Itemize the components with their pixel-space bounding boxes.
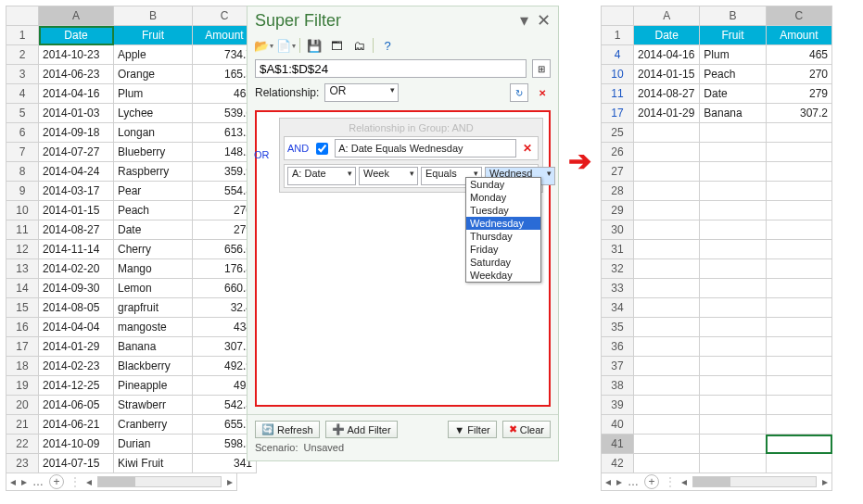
row-header[interactable]: 6 [6, 123, 39, 143]
grid-cell[interactable]: 2014-01-29 [39, 337, 114, 357]
left-sheet-tab-strip[interactable]: ◂ ▸ + ⋮ ◂ ▸ [6, 473, 237, 491]
sheet-nav-more-icon[interactable] [32, 475, 44, 488]
hscroll-left-icon[interactable]: ◂ [681, 475, 687, 488]
grid-cell[interactable]: Banana [114, 337, 193, 357]
grid-cell[interactable] [766, 123, 831, 143]
row-header[interactable]: 13 [6, 259, 39, 279]
grid-cell[interactable]: Longan [114, 123, 193, 143]
grid-cell[interactable] [634, 279, 700, 298]
grid-cell[interactable] [634, 162, 700, 182]
grid-cell[interactable]: Banana [700, 104, 766, 123]
col-header[interactable]: A [634, 6, 700, 26]
dropdown-item[interactable]: Saturday [466, 256, 540, 269]
grid-cell[interactable] [634, 396, 700, 415]
grid-cell[interactable] [766, 454, 831, 473]
row-header[interactable]: 11 [6, 220, 39, 240]
grid-cell[interactable]: 2014-10-23 [39, 45, 114, 65]
grid-cell[interactable] [634, 454, 700, 473]
grid-cell[interactable]: 2014-04-16 [39, 84, 114, 104]
grid-cell[interactable] [766, 162, 831, 182]
criteria-description[interactable]: A: Date Equals Wednesday [335, 139, 516, 158]
grid-cell[interactable] [700, 123, 766, 143]
grid-cell[interactable] [700, 279, 766, 298]
grid-cell[interactable] [766, 376, 831, 396]
grid-cell[interactable]: 2014-08-27 [634, 84, 700, 104]
row-header[interactable]: 16 [6, 318, 39, 337]
row-header[interactable]: 41 [602, 435, 634, 454]
row-header[interactable]: 34 [602, 298, 634, 318]
grid-cell[interactable] [766, 220, 831, 240]
row-header[interactable]: 25 [602, 123, 634, 143]
grid-cell[interactable]: 270 [766, 65, 831, 84]
save-icon[interactable]: 💾 [306, 37, 323, 54]
dropdown-item[interactable]: Friday [466, 243, 540, 256]
row-header[interactable]: 42 [602, 454, 634, 473]
grid-cell[interactable] [700, 396, 766, 415]
header-cell[interactable]: Fruit [114, 26, 193, 45]
grid-cell[interactable]: Peach [700, 65, 766, 84]
dropdown-item[interactable]: Wednesday [466, 217, 540, 230]
grid-cell[interactable]: 2014-06-05 [39, 396, 114, 415]
row-header[interactable]: 32 [602, 259, 634, 279]
range-input[interactable] [255, 59, 527, 78]
grid-cell[interactable]: Kiwi Fruit [114, 454, 193, 473]
row-header[interactable]: 28 [602, 182, 634, 201]
grid-cell[interactable]: 2014-02-23 [39, 357, 114, 376]
row-header[interactable]: 37 [602, 357, 634, 376]
row-header[interactable]: 14 [6, 279, 39, 298]
grid-cell[interactable]: 2014-09-30 [39, 279, 114, 298]
grid-cell[interactable] [766, 357, 831, 376]
grid-cell[interactable]: 2014-01-15 [634, 65, 700, 84]
grid-cell[interactable]: Cherry [114, 240, 193, 259]
row-header[interactable]: 1 [602, 26, 634, 45]
row-header[interactable]: 23 [6, 454, 39, 473]
grid-cell[interactable]: 2014-09-18 [39, 123, 114, 143]
grid-cell[interactable] [766, 259, 831, 279]
clear-button[interactable]: ✖Clear [502, 421, 551, 438]
grid-cell[interactable] [766, 435, 831, 454]
grid-cell[interactable] [700, 376, 766, 396]
grid-cell[interactable] [700, 357, 766, 376]
row-header[interactable]: 17 [6, 337, 39, 357]
grid-cell[interactable]: 2014-01-15 [39, 201, 114, 220]
manage-icon[interactable]: 🗂 [350, 37, 367, 54]
grid-cell[interactable] [634, 435, 700, 454]
grid-cell[interactable]: Cranberry [114, 415, 193, 435]
sheet-nav-left-icon[interactable]: ◂ [10, 475, 16, 488]
grid-cell[interactable]: Mango [114, 259, 193, 279]
grid-cell[interactable]: 2014-07-27 [39, 143, 114, 162]
value-dropdown[interactable]: SundayMondayTuesdayWednesdayThursdayFrid… [465, 177, 541, 283]
row-header[interactable]: 8 [6, 162, 39, 182]
hscroll-right-icon[interactable]: ▸ [822, 475, 828, 488]
header-cell[interactable]: Date [634, 26, 700, 45]
row-header[interactable]: 2 [6, 45, 39, 65]
grid-cell[interactable] [766, 143, 831, 162]
grid-cell[interactable]: 465 [766, 45, 831, 65]
grid-cell[interactable] [700, 220, 766, 240]
grid-cell[interactable] [700, 435, 766, 454]
row-header[interactable]: 1 [6, 26, 39, 45]
row-header[interactable]: 19 [6, 376, 39, 396]
criteria-delete-icon[interactable]: ✕ [520, 142, 535, 155]
grid-cell[interactable]: 307.2 [766, 104, 831, 123]
row-header[interactable]: 22 [6, 435, 39, 454]
grid-cell[interactable]: Date [700, 84, 766, 104]
grid-cell[interactable] [766, 279, 831, 298]
dropdown-item[interactable]: Monday [466, 191, 540, 204]
help-icon[interactable]: ? [379, 37, 396, 54]
row-header[interactable]: 18 [6, 357, 39, 376]
refresh-button[interactable]: 🔄Refresh [255, 421, 320, 438]
row-header[interactable]: 12 [6, 240, 39, 259]
row-header[interactable]: 33 [602, 279, 634, 298]
row-header[interactable]: 10 [6, 201, 39, 220]
grid-cell[interactable] [700, 143, 766, 162]
grid-cell[interactable] [634, 337, 700, 357]
row-header[interactable]: 30 [602, 220, 634, 240]
builder-unit-select[interactable]: Week [359, 167, 418, 185]
panel-close-icon[interactable]: ✕ [537, 11, 551, 30]
hscroll-track[interactable] [97, 476, 222, 487]
header-cell[interactable]: Fruit [700, 26, 766, 45]
sheet-nav-right-icon[interactable]: ▸ [21, 475, 27, 488]
row-header[interactable]: 31 [602, 240, 634, 259]
row-header[interactable]: 26 [602, 143, 634, 162]
